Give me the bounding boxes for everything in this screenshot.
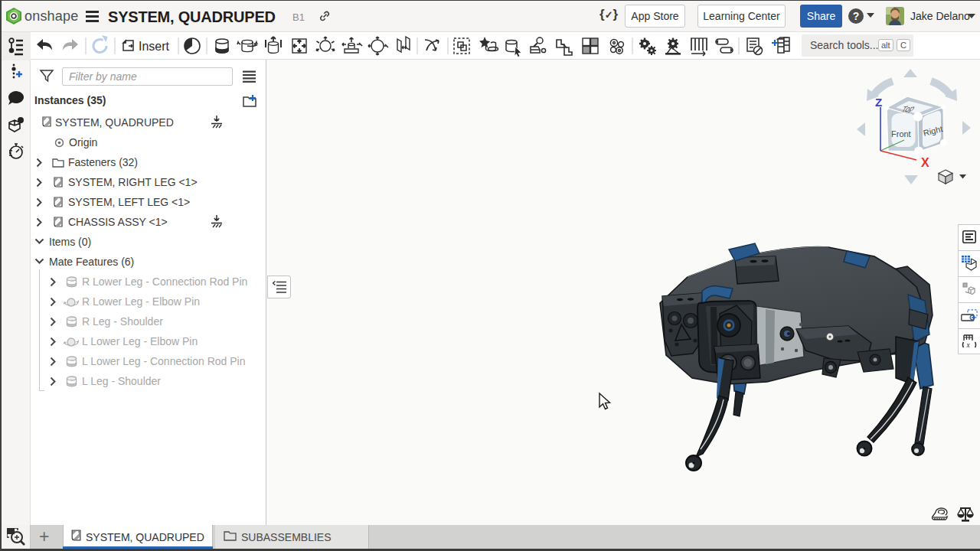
svg-text:Insert: Insert — [139, 40, 170, 53]
svg-text:?: ? — [19, 118, 22, 123]
svg-text:x: x — [966, 341, 971, 349]
svg-text:Z: Z — [875, 96, 882, 109]
svg-text:X: X — [921, 156, 929, 169]
svg-text:Front: Front — [891, 129, 911, 139]
